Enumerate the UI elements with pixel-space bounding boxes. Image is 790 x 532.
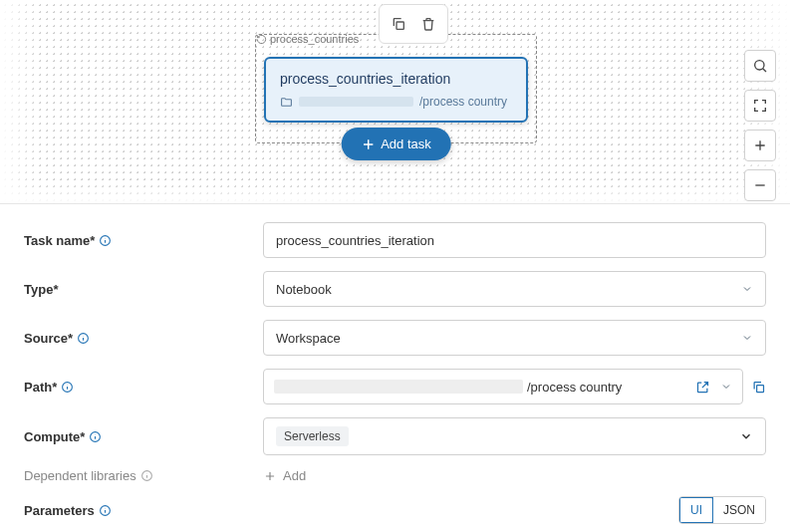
plus-icon [752,137,768,153]
svg-point-1 [755,61,764,70]
path-select[interactable]: /process country [263,369,743,404]
task-form: Task name* process_countries_iteration T… [0,204,790,532]
copy-path-button[interactable] [751,380,766,395]
fullscreen-button[interactable] [744,90,776,122]
minus-icon [752,177,768,193]
svg-rect-0 [396,22,403,29]
plus-icon [263,469,277,483]
workflow-canvas[interactable]: process_countries process_countries_iter… [0,0,790,204]
plus-icon [361,137,375,151]
external-link-icon[interactable] [695,380,710,395]
info-icon[interactable] [99,234,112,247]
compute-chip: Serverless [276,426,349,446]
task-name-label: Task name* [24,233,263,248]
add-task-label: Add task [381,136,431,151]
workflow-name: process_countries [270,33,359,45]
workflow-label: process_countries [256,33,359,45]
info-icon[interactable] [77,332,90,345]
delete-button[interactable] [415,11,441,37]
parameters-mode-ui[interactable]: UI [678,496,714,524]
task-name-input[interactable]: process_countries_iteration [263,222,766,258]
add-library-button[interactable]: Add [263,468,306,483]
compute-label: Compute* [24,429,263,444]
type-select[interactable]: Notebook [263,271,766,307]
zoom-out-button[interactable] [744,169,776,201]
path-label: Path* [24,380,263,395]
svg-rect-5 [757,385,764,392]
parameters-mode-toggle: UI JSON [678,496,766,524]
zoom-in-button[interactable] [744,130,776,161]
view-controls [744,50,776,201]
info-icon[interactable] [99,504,112,517]
source-select[interactable]: Workspace [263,320,766,356]
source-label: Source* [24,331,263,346]
chevron-down-icon [739,429,753,443]
parameters-label: Parameters [24,503,263,518]
task-card-title: process_countries_iteration [280,71,512,87]
info-icon[interactable] [140,469,153,482]
chevron-down-icon [741,332,753,344]
folder-icon [280,96,293,109]
card-toolbar [379,4,448,44]
loop-icon [256,34,267,45]
workflow-container: process_countries process_countries_iter… [255,34,537,143]
type-label: Type* [24,282,263,297]
dependent-libraries-label: Dependent libraries [24,468,263,483]
info-icon[interactable] [61,381,74,394]
compute-select[interactable]: Serverless [263,417,766,455]
task-card[interactable]: process_countries_iteration /process cou… [264,57,528,123]
chevron-down-icon [720,381,732,393]
add-task-button[interactable]: Add task [341,128,451,160]
path-text: /process country [527,380,622,395]
task-card-path-text: /process country [419,95,507,109]
search-button[interactable] [744,50,776,82]
parameters-mode-json[interactable]: JSON [713,497,765,523]
duplicate-button[interactable] [386,11,411,37]
search-icon [752,58,768,74]
task-card-path: /process country [280,95,512,109]
chevron-down-icon [741,283,753,295]
info-icon[interactable] [89,430,102,443]
expand-icon [752,98,768,114]
